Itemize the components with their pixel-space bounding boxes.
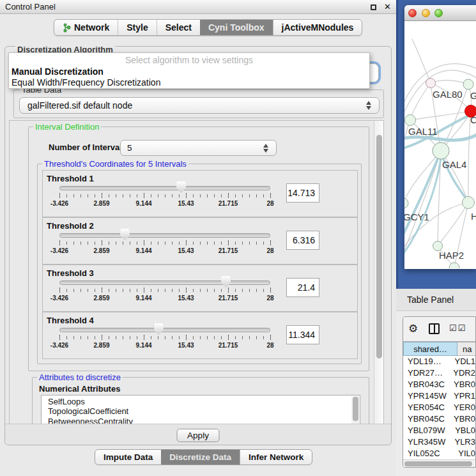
axis-tick-label: 2.859 (93, 342, 109, 349)
node-gal80[interactable] (426, 79, 436, 88)
scrollbar-thumb[interactable] (353, 397, 358, 421)
node-top-right[interactable] (463, 79, 473, 89)
close-traffic-light-icon[interactable] (408, 9, 417, 17)
attribute-list-item[interactable]: TopologicalCoefficient (42, 406, 360, 416)
spinner-arrows-icon (263, 143, 269, 153)
float-window-icon[interactable] (371, 4, 376, 10)
node-label-gal4: GAL4 (442, 159, 466, 170)
control-panel: Control Panel ✕ Network Style Select Cyn… (0, 0, 396, 476)
threshold-3-slider-track[interactable] (59, 280, 270, 285)
node-label-partial-mid: C (470, 114, 476, 125)
table-row[interactable]: YBR045CYBR0 (403, 413, 475, 425)
tab-label: Select (165, 20, 192, 35)
table-cell: YBR0 (449, 413, 475, 425)
threshold-3-value-field[interactable]: 21.4 (286, 278, 319, 297)
network-view-window[interactable]: GAL80 GA C GAL11 GAL4 GCY1 H HAP2 (404, 5, 476, 269)
node-label-gal11: GAL11 (408, 126, 438, 137)
table-row[interactable]: YIL052CYIL0 (403, 448, 475, 459)
table-data-selected-value: galFiltered.sif default node (27, 100, 132, 111)
axis-tick-label: 9.144 (135, 200, 151, 207)
table-row[interactable]: YDR27…YDR2 (403, 367, 475, 379)
axis-tick-label: 15.43 (178, 247, 194, 254)
threshold-2-value-field[interactable]: 6.316 (286, 231, 319, 250)
right-region: GAL80 GA C GAL11 GAL4 GCY1 H HAP2 Table … (396, 0, 476, 476)
threshold-4-slider-thumb[interactable] (154, 323, 164, 335)
tab-discretize-data[interactable]: Discretize Data (161, 450, 240, 464)
minimize-traffic-light-icon[interactable] (422, 9, 430, 17)
tab-label: Network (74, 20, 109, 35)
list-vertical-scrollbar[interactable] (351, 396, 359, 424)
threshold-1-slider-track[interactable] (59, 186, 270, 190)
threshold-1-panel: Threshold 1 -3.4262.8599.14415.4321.7152… (42, 170, 358, 217)
split-columns-icon[interactable] (429, 323, 440, 334)
network-canvas[interactable]: GAL80 GA C GAL11 GAL4 GCY1 H HAP2 (404, 21, 476, 268)
table-header-row: shared… na (403, 341, 475, 356)
tab-style[interactable]: Style (118, 20, 156, 35)
tab-network[interactable]: Network (54, 20, 118, 35)
axis-tick-label: 28 (266, 200, 273, 207)
table-cell: YPR1 (449, 390, 475, 402)
axis-tick-label: 21.715 (219, 342, 238, 349)
node-gcy1[interactable] (404, 198, 408, 208)
threshold-4-label: Threshold 4 (47, 316, 94, 325)
slider-minor-ticks (59, 336, 271, 339)
gear-icon[interactable]: ⚙ (408, 322, 418, 335)
interval-definition-label: Interval Definition (33, 122, 101, 132)
table-cell: YIL0 (453, 448, 475, 459)
threshold-2-slider-track[interactable] (59, 233, 270, 238)
numerical-attributes-list[interactable]: SelfLoopsTopologicalCoefficientBetweenne… (41, 395, 360, 424)
node-label-gcy1: GCY1 (404, 211, 429, 222)
network-tree-icon (63, 23, 71, 33)
settings-vertical-scrollbar[interactable] (374, 121, 383, 424)
tab-impute-data[interactable]: Impute Data (95, 450, 161, 464)
combo-arrows-icon (366, 100, 372, 111)
tab-cyni-toolbox[interactable]: Cyni Toolbox (200, 20, 273, 35)
scrollbar-thumb[interactable] (404, 461, 472, 466)
node-label-partial-low: H (471, 211, 476, 222)
axis-tick-label: -3.426 (50, 247, 68, 254)
zoom-traffic-light-icon[interactable] (434, 9, 443, 17)
table-row[interactable]: YBR043CYBR0 (403, 379, 475, 390)
dropdown-item-manual-discretization[interactable]: Manual Discretization (12, 66, 104, 77)
table-cell: YIL052C (403, 448, 453, 459)
checkbox-checked-icon[interactable]: ☑☑ (449, 323, 466, 333)
number-of-intervals-spinner[interactable]: 5 (120, 140, 277, 156)
table-row[interactable]: YDL19…YDL1 (403, 356, 475, 367)
scrollbar-thumb[interactable] (376, 135, 382, 358)
attribute-list-item[interactable]: BetweennessCentrality (42, 415, 360, 424)
node-right-mid[interactable] (463, 197, 475, 209)
tab-infer-network[interactable]: Infer Network (240, 450, 312, 464)
axis-tick-label: 9.144 (135, 247, 151, 254)
axis-tick-label: 15.43 (178, 342, 194, 349)
column-header-name[interactable]: na (457, 342, 475, 356)
node-gal11[interactable] (405, 115, 416, 126)
table-panel-window: ⚙ ☑☑ shared… na YDL19…YDL1YDR27…YDR2YBR0… (403, 316, 476, 468)
threshold-4-value-field[interactable]: 11.344 (286, 325, 319, 344)
node-gal4[interactable] (433, 142, 449, 159)
top-tab-bar: Network Style Select Cyni Toolbox jActiv… (54, 19, 362, 36)
threshold-1-slider-thumb[interactable] (176, 181, 186, 193)
attribute-list-item[interactable]: SelfLoops (42, 395, 360, 406)
axis-tick-label: 2.859 (93, 295, 109, 302)
table-cell: YER0 (449, 402, 475, 413)
dropdown-item-equal-width[interactable]: Equal Width/Frequency Discretization (12, 77, 160, 88)
column-header-shared[interactable]: shared… (403, 342, 457, 356)
threshold-3-slider-thumb[interactable] (221, 276, 231, 288)
table-data-combobox[interactable]: galFiltered.sif default node (19, 97, 380, 114)
table-row[interactable]: YLR345WYLR3 (403, 436, 475, 448)
table-cell: YDR2 (448, 367, 475, 379)
table-horizontal-scrollbar[interactable] (403, 459, 475, 468)
table-row[interactable]: YER054CYER0 (403, 402, 475, 413)
threshold-4-slider-track[interactable] (59, 328, 270, 332)
table-row[interactable]: YPR145WYPR1 (403, 390, 475, 402)
table-toolbar: ⚙ ☑☑ (403, 317, 475, 341)
threshold-1-value-field[interactable]: 14.713 (286, 183, 319, 203)
tab-select[interactable]: Select (157, 20, 200, 35)
close-icon[interactable]: ✕ (384, 0, 391, 14)
table-row[interactable]: YBL079WYBL0 (403, 425, 475, 436)
tab-jactivemnodules[interactable]: jActiveMNodules (273, 20, 362, 35)
apply-button[interactable]: Apply (177, 429, 220, 442)
threshold-2-slider-thumb[interactable] (120, 229, 130, 240)
axis-tick-label: 21.715 (219, 200, 238, 207)
axis-tick-label: 9.144 (135, 295, 151, 302)
